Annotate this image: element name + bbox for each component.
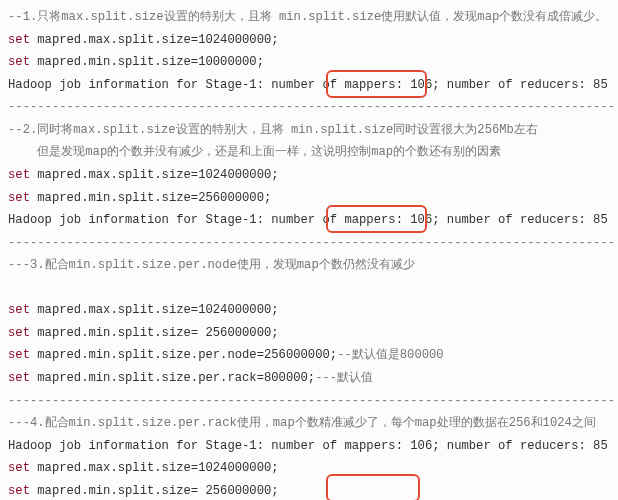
comment-4: ---4.配合min.split.size.per.rack使用，map个数精准… bbox=[8, 416, 596, 430]
kw-set-3c: set bbox=[8, 348, 30, 362]
comment-3: ---3.配合min.split.size.per.node使用，发现map个数… bbox=[8, 258, 415, 272]
stmt-3d: mapred.min.split.size.per.rack=800000; bbox=[30, 371, 315, 385]
kw-set-3d: set bbox=[8, 371, 30, 385]
stmt-4a: mapred.max.split.size=1024000000; bbox=[30, 461, 279, 475]
stmt-3b: mapred.min.split.size= 256000000; bbox=[30, 326, 279, 340]
stmt-1a: mapred.max.split.size=1024000000; bbox=[30, 33, 279, 47]
kw-set-1a: set bbox=[8, 33, 30, 47]
kw-set-3a: set bbox=[8, 303, 30, 317]
stmt-1b: mapred.min.split.size=10000000; bbox=[30, 55, 264, 69]
comment-2a: --2.同时将max.split.size设置的特别大，且将 min.split… bbox=[8, 123, 538, 137]
stmt-3c-note: --默认值是800000 bbox=[337, 348, 444, 362]
kw-set-2a: set bbox=[8, 168, 30, 182]
kw-set-4a: set bbox=[8, 461, 30, 475]
stmt-3d-note: ---默认值 bbox=[315, 371, 373, 385]
sep-1: ----------------------------------------… bbox=[8, 100, 615, 114]
sep-3: ----------------------------------------… bbox=[8, 394, 615, 408]
stmt-3a: mapred.max.split.size=1024000000; bbox=[30, 303, 279, 317]
stmt-2a: mapred.max.split.size=1024000000; bbox=[30, 168, 279, 182]
job-info-4a: Hadoop job information for Stage-1: numb… bbox=[8, 439, 608, 453]
comment-2b: 但是发现map的个数并没有减少，还是和上面一样，这说明控制map的个数还有别的因… bbox=[8, 145, 501, 159]
kw-set-3b: set bbox=[8, 326, 30, 340]
comment-1: --1.只将max.split.size设置的特别大，且将 min.split.… bbox=[8, 10, 607, 24]
blank-3 bbox=[8, 281, 15, 295]
stmt-4b: mapred.min.split.size= 256000000; bbox=[30, 484, 279, 498]
stmt-3c: mapred.min.split.size.per.node=256000000… bbox=[30, 348, 337, 362]
sep-2: ----------------------------------------… bbox=[8, 236, 615, 250]
kw-set-4b: set bbox=[8, 484, 30, 498]
job-info-1: Hadoop job information for Stage-1: numb… bbox=[8, 78, 608, 92]
job-info-2: Hadoop job information for Stage-1: numb… bbox=[8, 213, 608, 227]
kw-set-2b: set bbox=[8, 191, 30, 205]
stmt-2b: mapred.min.split.size=256000000; bbox=[30, 191, 271, 205]
kw-set-1b: set bbox=[8, 55, 30, 69]
